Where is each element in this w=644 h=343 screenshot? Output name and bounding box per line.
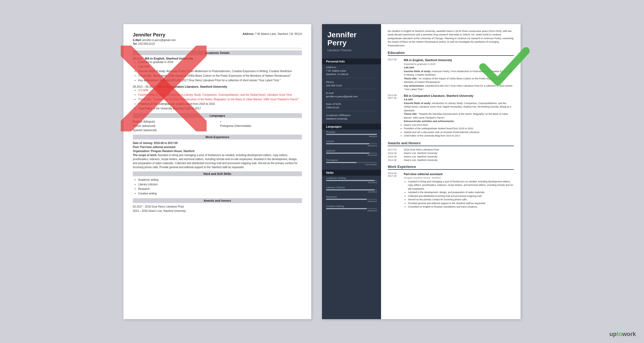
left-name: Jennifer Perry (133, 32, 165, 38)
left-awards: 02.2017 - 2016 Drue Heinz Literature Pri… (133, 205, 302, 213)
left-work-header: Work Experience (133, 135, 302, 139)
left-email: jennifer.m.perry@gmail.com (142, 39, 176, 42)
right-awards-list: 2017-022016 Drue Heinz Literature Prize … (388, 148, 514, 161)
sidebar-phone-block: Phone 202-555-0115 (322, 79, 381, 88)
left-edu2-date: 08.2013 – 06.2017 - BA in Comparative Li… (133, 85, 302, 88)
sidebar-lang-portugese: Portugese Intermediate (322, 158, 381, 167)
right-edu2: 2013-08 - 2017-06 BA in Comparative Lita… (388, 94, 514, 138)
right-awards-header: Awards and Honors (388, 141, 514, 146)
right-work1: 2015-06 - 2017-09 Part-time editorial as… (388, 172, 514, 209)
sidebar-first-name: Jennifer (327, 31, 376, 39)
right-summary: MA Student in English at Stanford Univer… (388, 29, 514, 48)
sidebar-last-name: Perry (327, 39, 376, 47)
right-resume: Jennifer Perry Literature Theorist Perso… (322, 24, 521, 319)
sidebar-address-block: Address 7 W. Adams Lane Stanford, CA 941… (322, 64, 381, 77)
sidebar-skill-literary: Literary Criticism Excellent (322, 185, 381, 194)
sidebar-skills-header: Skills (322, 170, 381, 176)
left-skills: Academic writing Literary criticism Rese… (138, 178, 159, 196)
left-edu1-date: 09.2017 - MA in English, Stanford Univer… (133, 57, 302, 60)
left-resume: Jennifer Perry Address: 7 W. Adams Lane,… (123, 24, 311, 319)
left-lang-bullet: • (220, 120, 302, 124)
left-tel: 202-555-0115 (138, 42, 155, 45)
left-email-label: E-Mail: (133, 39, 142, 42)
left-academic-header: Academic Details (133, 50, 302, 55)
sidebar-skill-creative: Creative Writing Advanced (322, 204, 381, 213)
right-main: MA Student in English at Stanford Univer… (381, 24, 521, 319)
sidebar-skill-academic: Academic Writing Excellent (322, 176, 381, 185)
right-edu1: 2017-09 MA in English, Stanford Universi… (388, 58, 514, 91)
sidebar-name-block: Jennifer Perry Literature Theorist (322, 24, 381, 56)
sidebar-dob-block: Date of birth 1993-03-24 (322, 101, 381, 110)
left-languages: Russian (bilingual) French (advanced) Sp… (133, 120, 302, 132)
right-work-header: Work Experience (388, 165, 514, 170)
sidebar-personal-info-header: Personal Info (322, 58, 381, 64)
left-skills-header: Hard and Soft Skills (133, 171, 302, 176)
left-address: 7 W. Adams Lane, Stanford, CA, 94116 (255, 32, 302, 35)
left-edu1-bullets: Expected to graduate in 2018 3.95 GPA Fa… (138, 60, 302, 82)
sidebar-lang-french: French Advanced (322, 139, 381, 148)
uptowork-logo: uptowork (609, 331, 636, 338)
sidebar-affiliation-block: Academic Affiliation Stanford University (322, 112, 381, 121)
left-edu2-bullets: 3.9 GPA Favorite fields of study: Introd… (138, 88, 302, 110)
left-work: Date of Joining: 2015-06 to 2017-09 Post… (133, 141, 302, 169)
sidebar-skill-research: Research Advanced (322, 194, 381, 204)
right-education-header: Education (388, 51, 514, 56)
left-address-label: Address: (243, 32, 254, 35)
left-awards-header: Awards and honors (133, 198, 302, 203)
left-tel-label: Tel: (133, 42, 137, 45)
sidebar-lang-russian: Russian Bilingual (322, 130, 381, 139)
right-sidebar: Jennifer Perry Literature Theorist Perso… (322, 24, 381, 319)
sidebar-lang-spanish: Spanish Advanced (322, 148, 381, 158)
left-languages-header: Languages (133, 113, 302, 118)
sidebar-title: Literature Theorist (327, 49, 376, 52)
sidebar-languages-header: Languages (322, 124, 381, 130)
sidebar-email-block: E-mail jennifer.m.perry@gmail.com (322, 90, 381, 99)
